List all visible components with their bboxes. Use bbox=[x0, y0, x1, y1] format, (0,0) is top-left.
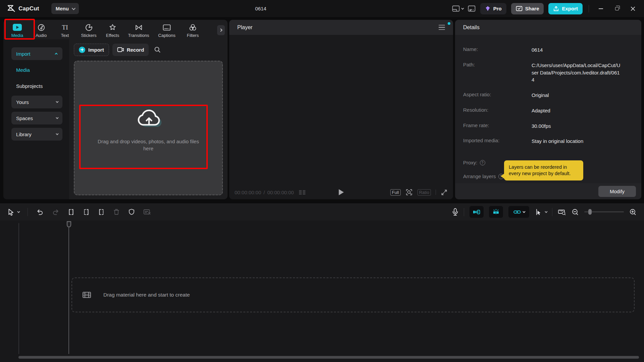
detail-row-resolution: Resolution: Adapted bbox=[463, 107, 635, 114]
pro-badge[interactable]: Pro bbox=[480, 3, 506, 14]
close-button[interactable] bbox=[627, 3, 639, 14]
field-label: Name: bbox=[463, 46, 532, 54]
effects-icon bbox=[109, 23, 116, 31]
full-button[interactable]: Full bbox=[390, 189, 401, 196]
pro-gem-icon bbox=[485, 6, 491, 11]
chevron-down-icon bbox=[56, 116, 58, 119]
tab-audio[interactable]: Audio bbox=[29, 23, 53, 38]
layout-panels-button[interactable] bbox=[452, 5, 463, 12]
sidebar-item-library[interactable]: Library bbox=[11, 128, 62, 141]
media-icon bbox=[13, 23, 22, 31]
timeline-zoom-slider[interactable] bbox=[584, 211, 624, 212]
detail-row-name: Name: 0614 bbox=[463, 46, 635, 54]
split-button[interactable] bbox=[68, 209, 75, 215]
sidebar-item-label: Spaces bbox=[16, 115, 33, 121]
link-toggle-button[interactable] bbox=[508, 206, 529, 218]
voiceover-mic-button[interactable] bbox=[452, 208, 458, 216]
timeline-ruler-button[interactable] bbox=[558, 208, 566, 216]
topbar-actions: Pro Share Export bbox=[452, 3, 639, 14]
timeline-area[interactable]: Drag material here and start to create bbox=[0, 220, 644, 362]
project-title: 0614 bbox=[255, 0, 266, 17]
playhead-line bbox=[68, 227, 69, 354]
minimize-button[interactable] bbox=[595, 3, 606, 14]
menu-button[interactable]: Menu bbox=[51, 3, 79, 14]
auto-snap-main-track-button[interactable] bbox=[489, 206, 503, 218]
modify-button[interactable]: Modify bbox=[598, 186, 636, 197]
more-tabs-button[interactable] bbox=[217, 25, 225, 35]
delete-left-button[interactable] bbox=[83, 209, 90, 215]
tab-label: Text bbox=[61, 33, 69, 38]
chevron-up-icon bbox=[55, 53, 57, 55]
chevron-down-icon bbox=[545, 210, 547, 213]
logo-text: CapCut bbox=[18, 5, 39, 12]
audio-icon bbox=[38, 23, 45, 31]
play-button[interactable] bbox=[339, 189, 344, 195]
sidebar-item-subprojects[interactable]: Subprojects bbox=[11, 80, 62, 92]
track-header-divider bbox=[18, 223, 19, 354]
share-label: Share bbox=[525, 6, 539, 11]
detail-row-path: Path: C:/Users/user/AppData/Local/CapCut… bbox=[463, 62, 635, 84]
fullscreen-icon[interactable] bbox=[441, 189, 448, 196]
tab-text[interactable]: TI Text bbox=[53, 23, 77, 38]
tab-media[interactable]: Media bbox=[5, 23, 29, 38]
tab-label: Transitions bbox=[128, 33, 149, 38]
share-button[interactable]: Share bbox=[511, 3, 544, 14]
player-viewport: 00:00:00:00 / 00:00:00:00 Full Ratio bbox=[229, 35, 453, 199]
export-button[interactable]: Export bbox=[548, 3, 583, 14]
sidebar-item-yours[interactable]: Yours bbox=[11, 96, 62, 108]
import-label: Import bbox=[88, 47, 104, 53]
delete-right-button[interactable] bbox=[98, 209, 105, 215]
tab-effects[interactable]: Effects bbox=[101, 23, 125, 38]
timeline-drop-text: Drag material here and start to create bbox=[103, 292, 190, 298]
delete-button[interactable] bbox=[113, 208, 120, 215]
maximize-button[interactable] bbox=[611, 3, 623, 14]
preview-cursor-button[interactable] bbox=[535, 208, 547, 216]
slider-handle[interactable] bbox=[588, 209, 592, 215]
details-title: Details bbox=[463, 24, 480, 31]
record-label: Record bbox=[127, 47, 144, 53]
zoom-in-button[interactable] bbox=[629, 208, 637, 216]
zoom-out-button[interactable] bbox=[572, 208, 579, 216]
sidebar-item-label: Media bbox=[16, 67, 30, 73]
divider bbox=[464, 208, 464, 216]
time-separator: / bbox=[263, 190, 265, 195]
mask-button[interactable] bbox=[128, 208, 135, 215]
media-dropzone[interactable]: Drag and drop videos, photos, and audio … bbox=[74, 61, 223, 195]
details-header: Details bbox=[455, 20, 641, 35]
capcut-logo: CapCut bbox=[7, 5, 39, 12]
import-button[interactable]: Import bbox=[74, 44, 109, 56]
notification-dot bbox=[448, 22, 450, 25]
tab-transitions[interactable]: Transitions bbox=[125, 23, 153, 38]
search-icon[interactable] bbox=[154, 46, 161, 53]
field-label: Imported media: bbox=[463, 138, 532, 145]
player-header: Player bbox=[229, 20, 453, 35]
sidebar-item-spaces[interactable]: Spaces bbox=[11, 112, 62, 124]
sidebar-item-media[interactable]: Media bbox=[11, 63, 62, 76]
cloud-upload-icon bbox=[133, 105, 164, 129]
tab-filters[interactable]: Filters bbox=[181, 23, 205, 38]
select-tool-button[interactable] bbox=[7, 208, 19, 216]
redo-button[interactable] bbox=[52, 209, 59, 215]
preview-zoom-icon[interactable] bbox=[405, 189, 413, 196]
divider bbox=[436, 190, 436, 195]
timeline-toolbar bbox=[0, 203, 644, 220]
layout-captions-button[interactable] bbox=[468, 5, 476, 12]
tab-captions[interactable]: Captions bbox=[153, 23, 181, 38]
undo-button[interactable] bbox=[36, 209, 44, 215]
capcut-logo-icon bbox=[7, 5, 15, 12]
record-button[interactable]: Record bbox=[112, 44, 149, 56]
sidebar-item-import[interactable]: Import bbox=[11, 47, 62, 60]
tab-label: Stickers bbox=[81, 33, 96, 38]
sidebar-item-label: Library bbox=[16, 132, 32, 137]
snap-toggle-button[interactable] bbox=[469, 206, 484, 218]
camera-icon bbox=[117, 47, 124, 52]
playhead-marker[interactable] bbox=[66, 221, 72, 228]
deselect-caption-button[interactable] bbox=[143, 209, 151, 215]
player-menu-icon[interactable] bbox=[439, 25, 445, 30]
chevron-right-icon bbox=[219, 28, 222, 32]
horizontal-scrollbar[interactable] bbox=[18, 356, 639, 359]
ratio-button[interactable]: Ratio bbox=[417, 189, 431, 196]
timeline-dropzone[interactable]: Drag material here and start to create bbox=[71, 277, 635, 312]
help-icon[interactable] bbox=[480, 160, 485, 165]
tab-stickers[interactable]: Stickers bbox=[77, 23, 101, 38]
